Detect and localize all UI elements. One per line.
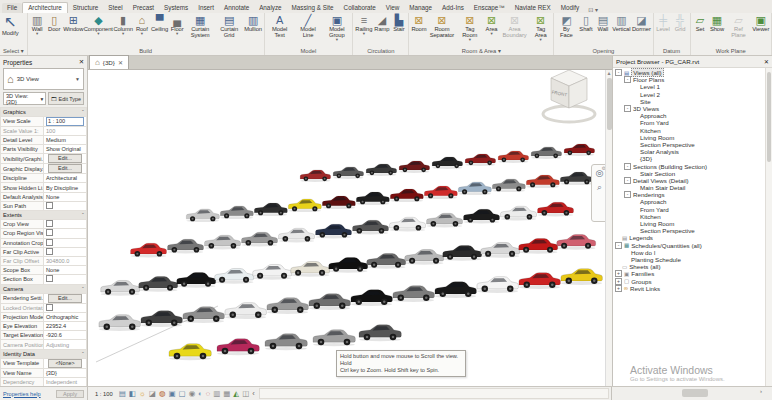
car-model[interactable]: [267, 298, 308, 314]
tree-item-revit-links[interactable]: +∞Revit Links: [615, 285, 772, 292]
car-model[interactable]: [405, 249, 444, 264]
view-template-edit-button[interactable]: <None>: [48, 359, 82, 368]
tab-structure[interactable]: Structure: [68, 3, 104, 13]
tree-item-site[interactable]: Site: [615, 98, 772, 105]
curtain-system-button[interactable]: ▦Curtain System: [186, 14, 215, 38]
model-group-button[interactable]: ▣Model Group▾: [322, 14, 351, 42]
car-model[interactable]: [390, 189, 423, 202]
tab-manage[interactable]: Manage: [404, 3, 437, 13]
expand-icon[interactable]: +: [615, 278, 622, 285]
car-model[interactable]: [390, 217, 426, 231]
collapse-icon[interactable]: -: [624, 177, 631, 184]
floor-button[interactable]: ▄Floor▾: [169, 14, 186, 36]
scrollbar-thumb[interactable]: [682, 389, 708, 397]
tab-architecture[interactable]: Architecture: [22, 2, 68, 13]
tree-item-groups[interactable]: +▢Groups: [615, 277, 772, 284]
tree-item-kitchen[interactable]: Kitchen: [615, 127, 772, 134]
canvas-vertical-scrollbar[interactable]: ▲: [605, 70, 612, 386]
car-model[interactable]: [329, 257, 368, 272]
annotation-crop-checkbox[interactable]: [46, 239, 53, 246]
car-model[interactable]: [465, 154, 495, 166]
car-model[interactable]: [225, 303, 266, 319]
modify-button[interactable]: ↖Modify: [1, 14, 19, 36]
sun-path-checkbox[interactable]: [46, 202, 53, 209]
show-button[interactable]: ▦Show: [709, 14, 726, 32]
vertical-button[interactable]: ▥Vertical: [611, 14, 631, 32]
value-input[interactable]: 1 : 100: [46, 117, 84, 126]
car-model[interactable]: [359, 325, 401, 342]
car-model[interactable]: [443, 245, 482, 260]
collapse-icon[interactable]: -: [615, 242, 622, 249]
tree-item-3d[interactable]: {3D}: [615, 155, 772, 162]
car-model[interactable]: [265, 334, 307, 351]
car-model[interactable]: [300, 170, 330, 182]
car-model[interactable]: [99, 315, 140, 331]
car-model[interactable]: [131, 243, 167, 257]
car-model[interactable]: [435, 282, 476, 298]
car-model[interactable]: [139, 276, 178, 291]
more-icon[interactable]: ‹: [252, 390, 255, 398]
collapse-icon[interactable]: -: [624, 163, 631, 170]
by-face-button[interactable]: ◩By Face: [555, 14, 577, 38]
tab-insert[interactable]: Insert: [193, 3, 219, 13]
room-button[interactable]: ⊠Room: [410, 14, 427, 32]
car-model[interactable]: [498, 151, 528, 163]
tree-item-from-yard[interactable]: From Yard: [615, 206, 772, 213]
car-model[interactable]: [168, 239, 204, 253]
close-icon[interactable]: ✕: [118, 59, 123, 66]
tree-item-level-2[interactable]: Level 2: [615, 91, 772, 98]
tree-item-3d-views[interactable]: -3D Views: [615, 105, 772, 112]
tree-item-approach[interactable]: Approach: [615, 112, 772, 119]
ceiling-button[interactable]: ▀Ceiling: [150, 14, 168, 32]
zoom-icon[interactable]: ⌕: [597, 182, 602, 192]
viewer-button[interactable]: ▣Viewer: [751, 14, 770, 32]
door-button[interactable]: ▯Door: [46, 14, 63, 32]
car-model[interactable]: [424, 186, 457, 199]
model-text-button[interactable]: AModel Text: [266, 14, 294, 38]
expand-icon[interactable]: +: [615, 285, 622, 292]
tab-modify[interactable]: Modify: [556, 3, 585, 13]
car-model[interactable]: [464, 209, 500, 223]
far-clip-active-checkbox[interactable]: [46, 248, 53, 255]
crop-region-vis-checkbox[interactable]: [46, 229, 53, 236]
browser-horizontal-scrollbar[interactable]: ›: [611, 387, 772, 400]
collapse-icon[interactable]: ˆ: [82, 286, 84, 292]
edit-type-button[interactable]: 🗔 Edit Type: [48, 92, 84, 105]
component-button[interactable]: ◆Component▾: [84, 14, 113, 36]
car-model[interactable]: [291, 261, 330, 276]
tree-item-section-perspective[interactable]: Section Perspective: [615, 227, 772, 234]
car-model[interactable]: [141, 311, 182, 327]
car-model[interactable]: [205, 235, 241, 249]
tree-item-stair-section[interactable]: Stair Section: [615, 170, 772, 177]
car-model[interactable]: [316, 224, 352, 238]
tab-precast[interactable]: Precast: [128, 3, 159, 13]
visibility-graphi-edit-button[interactable]: Edit...: [48, 154, 82, 163]
car-model[interactable]: [481, 242, 520, 257]
scroll-right-icon[interactable]: ›: [760, 388, 762, 394]
car-model[interactable]: [254, 203, 287, 216]
tab-enscape[interactable]: Enscape™: [469, 3, 510, 13]
tree-item-how-do-i[interactable]: How do I: [615, 249, 772, 256]
car-model[interactable]: [477, 277, 518, 293]
stair-button[interactable]: ▙Stair: [390, 14, 407, 32]
temporary-hide-isolate-icon[interactable]: ◐: [198, 390, 203, 398]
mullion-button[interactable]: ▥Mullion: [244, 14, 263, 32]
car-model[interactable]: [186, 209, 219, 222]
temporary-view-properties-icon[interactable]: ▦: [223, 390, 230, 398]
view-selector-combobox[interactable]: 3D View: {3D} ▾: [3, 92, 46, 105]
car-model[interactable]: [564, 144, 594, 156]
tab-steel[interactable]: Steel: [103, 3, 127, 13]
car-model[interactable]: [313, 330, 355, 347]
tree-item-views-all[interactable]: -▤Views (all): [615, 69, 772, 76]
apply-button[interactable]: Apply: [56, 390, 84, 398]
ramp-button[interactable]: ◢Ramp: [373, 14, 390, 32]
rendering-setti-edit-button[interactable]: Edit...: [48, 294, 82, 303]
tree-item-legends[interactable]: ▤Legends: [615, 234, 772, 241]
car-model[interactable]: [561, 269, 602, 285]
scrollbar-thumb[interactable]: [767, 72, 771, 162]
car-model[interactable]: [309, 294, 350, 310]
area-button[interactable]: ⊠Area▾: [483, 14, 500, 36]
tab-analyze[interactable]: Analyze: [254, 3, 286, 13]
shaft-button[interactable]: ▯Shaft: [577, 14, 594, 32]
tree-item-living-room[interactable]: Living Room: [615, 220, 772, 227]
